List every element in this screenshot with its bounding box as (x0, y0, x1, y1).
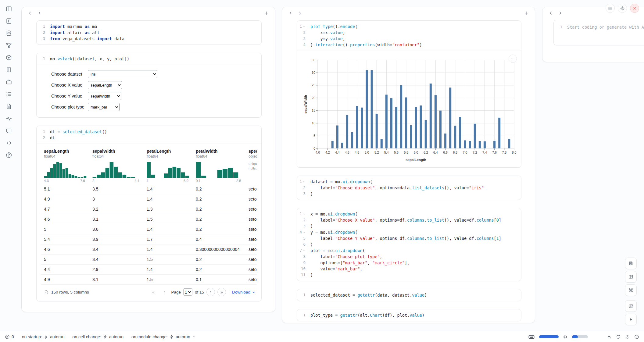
sidebar-item-scratchpad[interactable] (5, 78, 13, 86)
svg-text:5.8: 5.8 (404, 151, 408, 154)
table-cell: 5.4 (41, 234, 89, 244)
sidebar-item-snippets[interactable] (5, 139, 13, 147)
code-cell-dataframe[interactable]: 1df = selected_dataset()2df sepalLengthf… (36, 126, 262, 301)
choose-y-value-select[interactable]: sepalWidth (88, 92, 121, 100)
code-editor[interactable]: 1plot_type().encode(2 x=x.value,3 y=y.va… (297, 21, 521, 51)
svg-text:6.6: 6.6 (443, 151, 448, 154)
ai-sparkle-icon[interactable] (607, 334, 612, 339)
table-row[interactable]: 4.63.11.50.2setosa (41, 214, 257, 224)
next-page-button[interactable] (206, 288, 215, 296)
sidebar-item-documentation[interactable] (5, 102, 13, 110)
code-line: 2df (37, 135, 258, 141)
sidebar-item-dependency-graph[interactable] (5, 41, 13, 49)
column-header[interactable]: sepalLengthfloat644.37.9 (41, 146, 89, 184)
sidebar-item-tracing[interactable] (5, 115, 13, 123)
add-cell-button[interactable] (522, 9, 531, 17)
fold-icon[interactable] (303, 213, 306, 216)
sidebar-item-marimo-file[interactable] (5, 17, 13, 25)
empty-code-cell[interactable]: 1 Start coding or generate with AI. (553, 20, 644, 45)
table-row[interactable]: 4.63.41.40.30000000000000004setosa (41, 244, 257, 254)
sidebar-item-packages[interactable] (5, 54, 13, 62)
keyboard-icon[interactable] (528, 333, 535, 340)
fold-icon[interactable] (303, 25, 306, 28)
fold-icon[interactable] (303, 180, 306, 183)
choose-plot-type-select[interactable]: mark_bar (88, 103, 120, 111)
choose-x-value-select[interactable]: sepalLength (88, 81, 122, 89)
sidebar-item-panels[interactable] (5, 5, 13, 13)
page-select[interactable]: 1 (183, 288, 192, 296)
code-editor[interactable]: 1selected_dataset = getattr(data, datase… (297, 289, 521, 301)
sidebar-item-chat[interactable] (5, 127, 13, 135)
settings-button[interactable] (618, 4, 627, 13)
layout-toggle-button[interactable] (625, 271, 637, 283)
code-editor[interactable]: 1dataset = mo.ui.dropdown(2 label="Choos… (297, 176, 521, 200)
scratchpad-icon (5, 79, 12, 85)
run-button[interactable] (625, 314, 637, 325)
line-number: 1 (297, 312, 310, 318)
generate-with-ai-link[interactable]: generate (607, 25, 627, 30)
shutdown-button[interactable] (630, 4, 639, 13)
column-header[interactable]: speciesobjectuniquenulls: (245, 146, 257, 184)
column-name: sepalWidth (92, 149, 142, 154)
choose-dataset-select[interactable]: iris (88, 70, 157, 78)
column-forward-button[interactable] (35, 9, 44, 17)
last-page-button[interactable] (217, 288, 226, 296)
code-editor[interactable]: 1x = mo.ui.dropdown(2 label="Choose X va… (297, 208, 521, 281)
column-forward-button[interactable] (556, 9, 564, 17)
fold-icon[interactable] (303, 249, 306, 252)
altair-bar-chart[interactable]: 4.04.24.44.64.85.05.25.45.65.86.06.26.46… (303, 56, 521, 164)
chart-actions-button[interactable] (509, 55, 517, 63)
code-cell-vstack[interactable]: 1mo.vstack([dataset, x, y, plot]) Choose… (36, 53, 262, 118)
table-row[interactable]: 4.42.91.40.2setosa (41, 264, 257, 274)
column-header[interactable]: petalLengthfloat6416.9 (144, 146, 193, 184)
notebook-menu-button[interactable] (606, 4, 615, 13)
code-editor[interactable]: 1df = selected_dataset()2df (37, 126, 261, 144)
help-icon[interactable] (634, 334, 639, 339)
column-back-button[interactable] (547, 9, 555, 17)
code-cell-xy-dropdowns[interactable]: 1x = mo.ui.dropdown(2 label="Choose X va… (297, 208, 521, 281)
download-button[interactable]: Download (232, 290, 256, 294)
fold-icon[interactable] (303, 231, 306, 234)
sidebar-item-help[interactable] (5, 151, 13, 159)
code-cell-plot-type[interactable]: 1plot_type = getattr(alt.Chart(df), plot… (297, 309, 521, 321)
table-row[interactable]: 5.43.91.70.4setosa (41, 234, 257, 244)
line-number: 1 (297, 179, 310, 185)
app-frame-button[interactable] (625, 300, 637, 312)
runtime-config-item[interactable]: on startup:autorun (22, 334, 65, 339)
table-row[interactable]: 4.93.11.50.1setosa (41, 274, 257, 284)
code-editor[interactable]: 1plot_type = getattr(alt.Chart(df), plot… (297, 309, 521, 321)
sidebar-item-notebook[interactable] (5, 66, 13, 74)
code-cell-selected-dataset[interactable]: 1selected_dataset = getattr(data, datase… (297, 289, 521, 301)
save-button[interactable] (625, 258, 637, 269)
table-row[interactable]: 5.13.51.40.2setosa (41, 184, 257, 194)
table-row[interactable]: 4.931.40.2setosa (41, 194, 257, 204)
first-page-button[interactable] (149, 288, 158, 296)
command-icon (628, 288, 633, 293)
table-row[interactable]: 53.41.50.2setosa (41, 254, 257, 264)
refresh-icon[interactable] (616, 334, 621, 339)
runtime-config-item[interactable]: on module change:autorun (131, 334, 196, 339)
code-cell-plot[interactable]: 1plot_type().encode(2 x=x.value,3 y=y.va… (297, 20, 521, 168)
code-editor[interactable]: 1mo.vstack([dataset, x, y, plot]) (37, 53, 261, 65)
code-editor[interactable]: 1import marimo as mo2import altair as al… (37, 21, 261, 45)
sidebar-item-logs[interactable] (5, 90, 13, 98)
error-indicator[interactable]: 0 (5, 334, 14, 339)
column-forward-button[interactable] (295, 9, 304, 17)
column-back-button[interactable] (26, 9, 34, 17)
column-header[interactable]: sepalWidthfloat6424.4 (89, 146, 144, 184)
prev-page-button[interactable] (160, 288, 169, 296)
column-header[interactable]: petalWidthfloat640.12.5 (193, 146, 245, 184)
code-editor[interactable]: 1 Start coding or generate with AI. (554, 20, 644, 45)
runtime-config-item[interactable]: on cell change:autorun (72, 334, 123, 339)
table-row[interactable]: 53.61.40.2setosa (41, 224, 257, 234)
add-cell-button[interactable] (262, 9, 271, 17)
sidebar-item-datasets[interactable] (5, 29, 13, 37)
search-icon[interactable] (44, 290, 49, 294)
code-cell-imports[interactable]: 1import marimo as mo2import altair as al… (36, 20, 262, 45)
svg-text:25: 25 (312, 83, 315, 87)
column-back-button[interactable] (286, 9, 295, 17)
table-row[interactable]: 4.73.21.30.2setosa (41, 204, 257, 214)
command-palette-button[interactable] (625, 284, 637, 296)
power-icon[interactable] (625, 334, 630, 339)
code-cell-dataset-dropdown[interactable]: 1dataset = mo.ui.dropdown(2 label="Choos… (297, 176, 521, 200)
